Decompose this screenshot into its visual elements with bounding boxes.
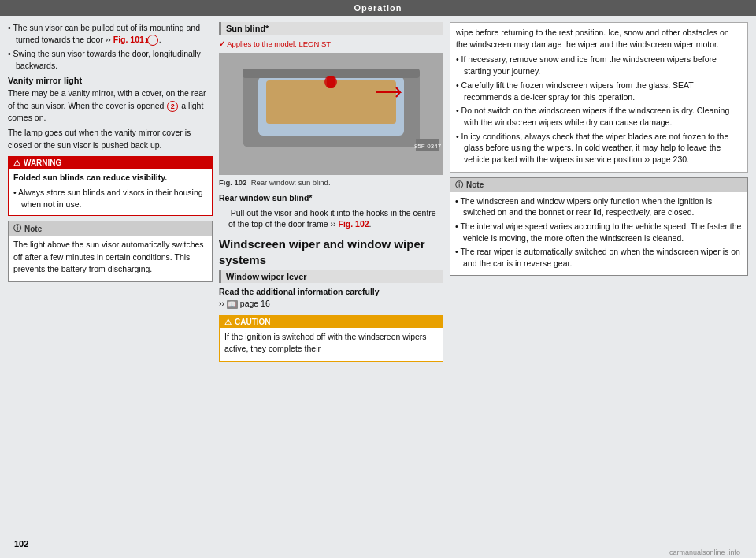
caution-body: If the ignition is switched off with the… xyxy=(220,328,443,361)
warning-line2: • Always store sun blinds and visors in … xyxy=(13,187,207,210)
page-container: Operation • The sun visor can be pulled … xyxy=(0,0,756,558)
warning-header: ⚠ WARNING xyxy=(9,157,212,169)
note-header-right: ⓘ Note xyxy=(450,178,747,192)
warning-box: ⚠ WARNING Folded sun blinds can reduce v… xyxy=(8,156,213,217)
note-box-left: ⓘ Note The light above the sun visor aut… xyxy=(8,221,213,282)
page-number: 102 xyxy=(14,539,28,549)
right-info-box: wipe before returning to the rest positi… xyxy=(450,22,748,173)
website: carmanualsonline .info xyxy=(8,549,748,556)
sun-blind-heading: Sun blind* xyxy=(219,22,443,35)
read-text: Read the additional information carefull… xyxy=(219,286,443,310)
right-note-bullet2: • The interval wipe speed varies accordi… xyxy=(455,221,743,244)
middle-column: Sun blind* ✓ Applies to the model: LEON … xyxy=(219,22,443,541)
vanity-heading: Vanity mirror light xyxy=(8,76,213,85)
circle-2: 2 xyxy=(167,101,178,112)
right-note-bullet1: • The windscreen and window wipers only … xyxy=(455,195,743,218)
fig-caption: Fig. 102 Rear window: sun blind. xyxy=(219,177,443,188)
note-text-left: The light above the sun visor automatica… xyxy=(13,239,207,275)
content-area: • The sun visor can be pulled out of its… xyxy=(0,16,756,547)
info-circle-icon-left: ⓘ xyxy=(13,223,21,234)
applies-text: ✓ Applies to the model: LEON ST xyxy=(219,39,443,50)
fig-ref-102: Fig. 102 xyxy=(339,219,369,229)
note-box-right: ⓘ Note • The windscreen and window wiper… xyxy=(450,177,748,276)
caution-header: ⚠ CAUTION xyxy=(220,316,443,328)
book-icon: 📖 xyxy=(227,300,238,309)
right-note-bullet3: • The rear wiper is automatically switch… xyxy=(455,246,743,269)
caution-box: ⚠ CAUTION If the ignition is switched of… xyxy=(219,315,443,362)
left-bullet2: • Swing the sun visor towards the door, … xyxy=(8,48,213,71)
right-bullet4: • In icy conditions, always check that t… xyxy=(456,131,742,166)
note-body-right: • The windscreen and window wipers only … xyxy=(450,192,747,275)
note-header-left: ⓘ Note xyxy=(9,221,212,236)
vanity-text: There may be a vanity mirror, with a cov… xyxy=(8,87,213,124)
svg-rect-6 xyxy=(327,76,335,88)
fig-ref-101: Fig. 101 xyxy=(113,35,144,44)
wiper-sub: Window wiper lever xyxy=(219,270,443,283)
circle-1: 1 xyxy=(147,35,158,46)
note-body-left: The light above the sun visor automatica… xyxy=(9,236,212,281)
warning-line1: Folded sun blinds can reduce visibility. xyxy=(13,172,207,184)
right-column: wipe before returning to the rest positi… xyxy=(450,22,748,541)
left-bullet1: • The sun visor can be pulled out of its… xyxy=(8,22,213,46)
right-line1: wipe before returning to the rest positi… xyxy=(456,27,742,50)
dash1: – Pull out the visor and hook it into th… xyxy=(219,207,443,230)
right-bullet1: • If necessary, remove snow and ice from… xyxy=(456,54,742,76)
car-image: 85F-0347 xyxy=(219,53,443,175)
info-circle-icon-right: ⓘ xyxy=(455,180,463,191)
right-bullet3: • Do not switch on the windscreen wipers… xyxy=(456,105,742,128)
warning-body: Folded sun blinds can reduce visibility.… xyxy=(9,169,212,216)
caution-text: If the ignition is switched off with the… xyxy=(224,331,438,355)
wiper-heading: Windscreen wiper and window wiper system… xyxy=(219,236,443,267)
rear-heading: Rear window sun blind* xyxy=(219,192,443,204)
top-bar: Operation xyxy=(0,0,756,16)
page-title: Operation xyxy=(354,3,402,13)
caution-circle-icon: ⚠ xyxy=(224,318,232,326)
vanity-text3: The lamp goes out when the vanity mirror… xyxy=(8,127,213,151)
left-column: • The sun visor can be pulled out of its… xyxy=(8,22,213,541)
svg-text:85F-0347: 85F-0347 xyxy=(414,143,442,150)
right-bullet2: • Carefully lift the frozen windscreen w… xyxy=(456,80,742,102)
bottom-bar: 102 carmanualsonline .info xyxy=(0,547,756,558)
warning-triangle-icon: ⚠ xyxy=(13,158,20,167)
